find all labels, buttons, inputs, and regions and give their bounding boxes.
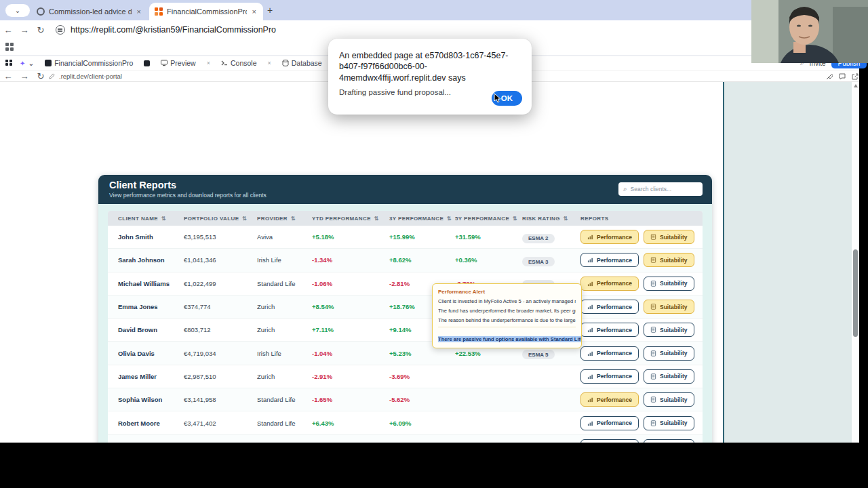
forward-icon[interactable]: → xyxy=(16,25,33,35)
suitability-report-button[interactable]: Suitability xyxy=(644,277,694,291)
col-5y[interactable]: 5Y PERFORMANCE ⇅ xyxy=(455,216,522,222)
performance-report-button[interactable]: Performance xyxy=(580,253,639,267)
scrollbar-thumb[interactable] xyxy=(853,249,858,337)
performance-report-button[interactable]: Performance xyxy=(580,323,639,337)
suitability-report-button[interactable]: Suitability xyxy=(644,253,694,267)
five-year-performance: +31.59% xyxy=(455,233,522,241)
preview-back-icon[interactable]: ← xyxy=(0,71,16,81)
risk-rating-badge: ESMA 5 xyxy=(522,350,555,359)
client-search[interactable]: ⌕ xyxy=(618,182,703,196)
table-row[interactable]: Michael Williams €1,022,499 Standard Lif… xyxy=(108,272,703,296)
table-row[interactable]: Sarah Johnson €1,041,346 Irish Life -1.3… xyxy=(108,249,703,272)
five-year-performance: +22.53% xyxy=(455,350,522,357)
sort-icon: ⇅ xyxy=(242,216,247,222)
table-row[interactable]: Olivia Davis €4,719,034 Irish Life -1.04… xyxy=(108,342,703,365)
table-row[interactable]: Sophia Wilson €3,141,958 Standard Life -… xyxy=(108,388,703,411)
table-row[interactable]: David Brown €803,712 Zurich +7.11% +9.14… xyxy=(108,319,703,342)
new-tab-button[interactable]: + xyxy=(267,5,273,16)
performance-report-button[interactable]: Performance xyxy=(580,230,639,244)
browser-tab-strip: ⌄ Commission-led advice debate × Financi… xyxy=(0,0,868,20)
stop-icon[interactable] xyxy=(144,60,150,66)
portfolio-value: €1,022,499 xyxy=(184,280,257,287)
portfolio-value: €2,987,510 xyxy=(184,373,257,380)
chat-icon[interactable] xyxy=(839,73,846,80)
tab-close-icon[interactable]: × xyxy=(251,7,258,16)
replit-favicon xyxy=(155,7,163,16)
performance-report-button[interactable]: Performance xyxy=(580,416,639,430)
scrollbar-up-arrow[interactable] xyxy=(854,84,858,87)
col-risk[interactable]: RISK RATING ⇅ xyxy=(522,216,580,222)
col-provider[interactable]: PROVIDER ⇅ xyxy=(257,216,312,222)
suitability-report-button[interactable]: Suitability xyxy=(644,369,694,384)
screen: ⌄ Commission-led advice debate × Financi… xyxy=(0,0,868,488)
bar-chart-icon xyxy=(587,327,593,333)
bar-chart-icon xyxy=(587,350,593,357)
tab-database[interactable]: Database xyxy=(278,56,326,70)
close-icon[interactable]: × xyxy=(203,60,214,66)
back-icon[interactable]: ← xyxy=(0,25,16,35)
preview-tools xyxy=(826,70,859,83)
table-body: John Smith €3,195,513 Aviva +5.18% +15.9… xyxy=(108,226,703,443)
document-icon xyxy=(650,234,656,240)
provider: Aviva xyxy=(257,233,312,241)
suitability-report-button[interactable]: Suitability xyxy=(644,300,694,314)
document-icon xyxy=(650,281,656,287)
performance-report-button[interactable]: Performance xyxy=(580,346,639,361)
tab-project[interactable]: FinancialCommissionPro xyxy=(41,56,137,70)
ytd-performance: +6.43% xyxy=(312,420,389,427)
col-reports: REPORTS xyxy=(580,216,703,222)
browser-tab-inactive[interactable]: Commission-led advice debate × xyxy=(31,3,148,20)
portfolio-value: €1,041,346 xyxy=(184,256,257,264)
performance-report-button[interactable]: Performance xyxy=(580,277,639,291)
client-name: Michael Williams xyxy=(118,280,184,287)
ai-sparkle-icon: ✦ xyxy=(20,60,25,67)
suitability-report-button[interactable]: Suitability xyxy=(644,392,694,407)
suitability-report-button[interactable]: Suitability xyxy=(644,346,694,361)
open-external-icon[interactable] xyxy=(852,73,859,80)
tab-preview[interactable]: Preview xyxy=(157,56,199,70)
site-settings-icon[interactable] xyxy=(56,25,65,35)
col-ytd[interactable]: YTD PERFORMANCE ⇅ xyxy=(312,216,389,222)
table-row[interactable]: Ava Taylor €3,686,654 Zurich +2.40% +2.9… xyxy=(108,435,703,443)
reload-icon[interactable]: ↻ xyxy=(33,25,49,35)
close-icon[interactable]: × xyxy=(263,60,275,66)
address-bar[interactable]: https://replit.com/@kristian59/Financial… xyxy=(71,25,276,35)
client-name: Robert Moore xyxy=(118,420,184,427)
table-row[interactable]: John Smith €3,195,513 Aviva +5.18% +15.9… xyxy=(108,226,703,249)
preview-address[interactable]: .replit.dev/client-portal xyxy=(59,73,122,80)
ytd-performance: +5.18% xyxy=(312,233,389,241)
col-3y[interactable]: 3Y PERFORMANCE ⇅ xyxy=(389,216,455,222)
suitability-report-button[interactable]: Suitability xyxy=(644,230,694,244)
performance-report-button[interactable]: Performance xyxy=(580,369,639,384)
document-icon xyxy=(650,396,656,403)
col-portfolio-value[interactable]: PORTFOLIO VALUE ⇅ xyxy=(184,216,257,222)
suitability-report-button[interactable]: Suitability xyxy=(644,416,694,430)
performance-report-button[interactable]: Performance xyxy=(580,392,639,407)
five-year-performance: +0.36% xyxy=(455,256,522,264)
search-input[interactable] xyxy=(631,186,698,192)
performance-report-button[interactable]: Performance xyxy=(580,300,639,314)
three-year-performance: +5.23% xyxy=(389,350,455,357)
apps-grid-icon[interactable] xyxy=(5,43,14,52)
sort-icon: ⇅ xyxy=(161,216,166,222)
tab-close-icon[interactable]: × xyxy=(136,7,142,16)
browser-tab-active[interactable]: FinancialCommissionPro - Repli × xyxy=(149,3,263,20)
ai-tools-dropdown[interactable]: ✦ ⌄ xyxy=(16,56,38,70)
bar-chart-icon xyxy=(587,396,593,403)
table-row[interactable]: James Miller €2,987,510 Zurich -2.91% -3… xyxy=(108,365,703,388)
col-client-name[interactable]: CLIENT NAME ⇅ xyxy=(118,216,184,222)
bar-chart-icon xyxy=(587,234,593,240)
devtools-icon[interactable] xyxy=(826,73,833,80)
sort-icon: ⇅ xyxy=(447,216,452,222)
preview-reload-icon[interactable]: ↻ xyxy=(33,71,49,81)
suitability-report-button[interactable]: Suitability xyxy=(644,323,694,337)
table-row[interactable]: Robert Moore €3,471,402 Standard Life +6… xyxy=(108,411,703,434)
document-icon xyxy=(650,304,656,310)
preview-forward-icon[interactable]: → xyxy=(16,71,33,81)
ytd-performance: +7.11% xyxy=(312,326,389,333)
table-row[interactable]: Emma Jones €374,774 Zurich +8.54% +18.76… xyxy=(108,296,703,319)
ytd-performance: -1.65% xyxy=(312,396,389,403)
workspace-menu-icon[interactable] xyxy=(5,60,13,67)
tab-search-button[interactable]: ⌄ xyxy=(5,4,30,17)
tab-console[interactable]: Console xyxy=(217,56,261,70)
